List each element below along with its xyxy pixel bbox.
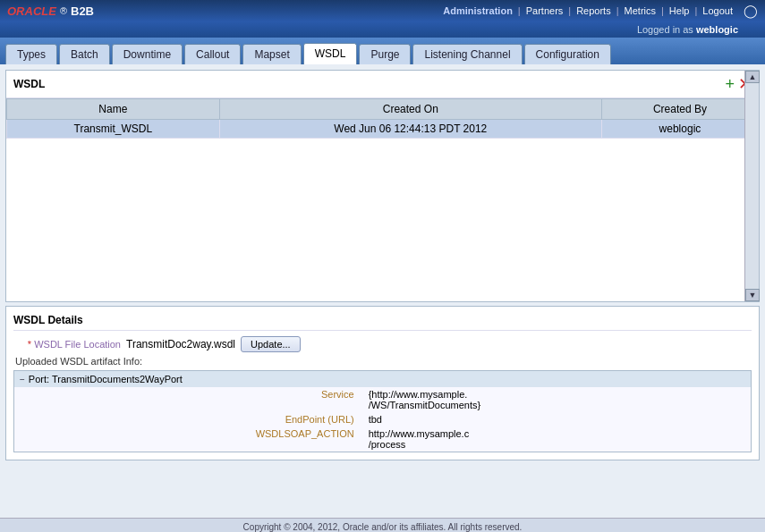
tab-types[interactable]: Types bbox=[5, 44, 57, 64]
logged-in-bar: Logged in as weblogic bbox=[0, 21, 765, 38]
tab-wsdl[interactable]: WSDL bbox=[303, 43, 358, 64]
port-row-soap-action: WSDLSOAP_ACTION http://www.mysample.c/pr… bbox=[14, 426, 751, 452]
reports-nav-link[interactable]: Reports bbox=[571, 5, 616, 16]
scroll-up-button[interactable]: ▲ bbox=[745, 71, 760, 83]
soap-action-value: http://www.mysample.c/process bbox=[361, 426, 751, 452]
update-button[interactable]: Update... bbox=[241, 336, 301, 352]
tab-mapset[interactable]: Mapset bbox=[242, 44, 301, 64]
trademark: ® bbox=[60, 5, 67, 16]
metrics-nav-link[interactable]: Metrics bbox=[619, 5, 661, 16]
col-header-name: Name bbox=[7, 99, 220, 120]
tab-configuration[interactable]: Configuration bbox=[524, 44, 611, 64]
wsdl-panel-header: WSDL + ✕ bbox=[6, 71, 759, 98]
header: ORACLE ® B2B Administration | Partners |… bbox=[0, 0, 765, 21]
tab-listening-channel[interactable]: Listening Channel bbox=[412, 44, 522, 64]
wsdl-details-panel: WSDL Details WSDL File Location Transmit… bbox=[5, 306, 760, 460]
artifact-info-label: Uploaded WSDL artifact Info: bbox=[15, 356, 752, 367]
tab-downtime[interactable]: Downtime bbox=[112, 44, 183, 64]
logo-area: ORACLE ® B2B bbox=[7, 4, 94, 18]
port-row-service: Service {http://www.mysample./WS/Transmi… bbox=[14, 387, 751, 412]
scroll-down-button[interactable]: ▼ bbox=[745, 289, 760, 301]
main-content: WSDL + ✕ Name Created On Created By bbox=[0, 64, 765, 518]
wsdl-table: Name Created On Created By Transmit_WSDL… bbox=[6, 98, 759, 139]
cell-name: Transmit_WSDL bbox=[7, 120, 220, 139]
file-location-label: WSDL File Location bbox=[13, 339, 121, 350]
oracle-logo: ORACLE bbox=[7, 4, 56, 18]
service-value: {http://www.mysample./WS/TransmitDocumen… bbox=[361, 387, 751, 412]
port-table: Service {http://www.mysample./WS/Transmi… bbox=[14, 387, 751, 452]
wsdl-panel-title: WSDL bbox=[13, 78, 45, 90]
file-location-row: WSDL File Location TransmitDoc2way.wsdl … bbox=[13, 336, 752, 352]
partners-nav-link[interactable]: Partners bbox=[521, 5, 569, 16]
vertical-scrollbar[interactable]: ▲ ▼ bbox=[744, 71, 759, 301]
wsdl-panel: WSDL + ✕ Name Created On Created By bbox=[5, 70, 760, 302]
nav-links: Administration | Partners | Reports | Me… bbox=[438, 4, 758, 18]
endpoint-label: EndPoint (URL) bbox=[14, 412, 361, 426]
username-display: weblogic bbox=[696, 24, 738, 35]
tab-purge[interactable]: Purge bbox=[359, 44, 411, 64]
add-wsdl-button[interactable]: + bbox=[725, 76, 735, 92]
footer-text: Copyright © 2004, 2012, Oracle and/or it… bbox=[243, 522, 523, 532]
table-row[interactable]: Transmit_WSDL Wed Jun 06 12:44:13 PDT 20… bbox=[7, 120, 759, 139]
footer: Copyright © 2004, 2012, Oracle and/or it… bbox=[0, 518, 765, 532]
b2b-logo: B2B bbox=[71, 4, 94, 18]
user-icon: ◯ bbox=[744, 4, 758, 18]
admin-nav-link[interactable]: Administration bbox=[438, 5, 518, 16]
logged-in-text: Logged in as bbox=[637, 24, 693, 35]
tab-batch[interactable]: Batch bbox=[59, 44, 110, 64]
col-header-created-by: Created By bbox=[601, 99, 758, 120]
wsdl-details-title: WSDL Details bbox=[13, 314, 752, 331]
port-section: − Port: TransmitDocuments2WayPort Servic… bbox=[13, 370, 752, 452]
tabs-row: Types Batch Downtime Callout Mapset WSDL… bbox=[0, 38, 765, 64]
col-header-created-on: Created On bbox=[219, 99, 601, 120]
port-row-endpoint: EndPoint (URL) tbd bbox=[14, 412, 751, 426]
collapse-icon[interactable]: − bbox=[20, 375, 25, 384]
help-nav-link[interactable]: Help bbox=[664, 5, 695, 16]
port-title: Port: TransmitDocuments2WayPort bbox=[29, 374, 183, 384]
wsdl-table-container: Name Created On Created By Transmit_WSDL… bbox=[6, 98, 759, 301]
tab-callout[interactable]: Callout bbox=[184, 44, 241, 64]
port-header: − Port: TransmitDocuments2WayPort bbox=[14, 371, 751, 387]
logout-nav-link[interactable]: Logout bbox=[697, 5, 738, 16]
file-location-value: TransmitDoc2way.wsdl bbox=[126, 338, 235, 350]
soap-action-label: WSDLSOAP_ACTION bbox=[14, 426, 361, 452]
cell-created-on: Wed Jun 06 12:44:13 PDT 2012 bbox=[219, 120, 601, 139]
service-label: Service bbox=[14, 387, 361, 412]
scroll-track bbox=[745, 83, 759, 289]
cell-created-by: weblogic bbox=[601, 120, 758, 139]
endpoint-value: tbd bbox=[361, 412, 751, 426]
